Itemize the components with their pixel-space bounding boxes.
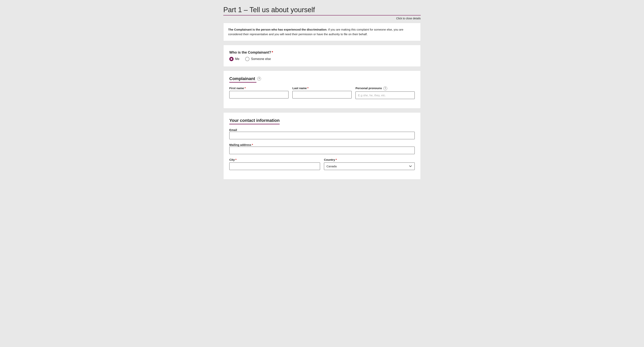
complainant-section-title-text: Complainant: [229, 76, 255, 81]
radio-me[interactable]: [229, 57, 234, 61]
radio-option-someone-else[interactable]: Someone else: [245, 57, 271, 61]
first-name-required: *: [244, 86, 246, 90]
mailing-address-input[interactable]: [229, 147, 415, 154]
email-label: Email: [229, 128, 237, 131]
last-name-input[interactable]: [292, 91, 352, 98]
close-details-container: Click to close details: [223, 17, 421, 20]
required-star-complainant: *: [272, 50, 273, 54]
mailing-address-label: Mailing address*: [229, 143, 253, 146]
last-name-label-text: Last name: [292, 86, 307, 90]
city-field: City*: [229, 158, 320, 170]
last-name-field: Last name*: [292, 86, 352, 99]
radio-option-me[interactable]: Me: [229, 57, 239, 61]
radio-me-label: Me: [235, 57, 239, 61]
city-country-row: City* Country* Canada United States Othe…: [229, 158, 415, 170]
complainant-section-card: Complainant ? First name* Last name*: [223, 71, 421, 108]
first-name-label: First name*: [229, 86, 288, 90]
radio-someone-else-label: Someone else: [251, 57, 271, 61]
radio-someone-else[interactable]: [245, 57, 250, 61]
pronouns-label: Personal pronouns ?: [356, 86, 415, 90]
country-field: Country* Canada United States Other: [324, 158, 415, 170]
pronouns-input[interactable]: [356, 91, 415, 99]
last-name-label: Last name*: [292, 86, 352, 90]
mailing-address-required: *: [252, 143, 253, 146]
complainant-question-text: Who is the Complainant?: [229, 50, 271, 54]
complainant-section-title: Complainant ?: [229, 76, 415, 81]
complainant-section-underline: [229, 82, 256, 83]
last-name-required: *: [307, 86, 308, 90]
mailing-address-field-container: Mailing address*: [229, 143, 415, 154]
page-wrapper: Part 1 – Tell us about yourself Click to…: [220, 0, 424, 195]
country-select[interactable]: Canada United States Other: [324, 162, 415, 170]
complainant-help-icon[interactable]: ?: [257, 77, 261, 81]
close-details-link[interactable]: Click to close details: [396, 17, 421, 20]
email-label-text: Email: [229, 128, 237, 131]
country-required: *: [336, 158, 337, 161]
info-box: The Complainant is the person who has ex…: [223, 23, 421, 41]
email-field-container: Email: [229, 128, 415, 139]
info-box-bold: The Complainant is the person who has ex…: [228, 28, 326, 31]
contact-section-title: Your contact information: [229, 118, 415, 123]
title-divider: [223, 15, 421, 15]
complainant-question-card: Who is the Complainant?* Me Someone else: [223, 45, 421, 67]
city-required: *: [235, 158, 236, 161]
city-input[interactable]: [229, 162, 320, 170]
city-label: City*: [229, 158, 320, 161]
first-name-input[interactable]: [229, 91, 288, 98]
info-box-text: The Complainant is the person who has ex…: [228, 27, 416, 36]
pronouns-field: Personal pronouns ?: [356, 86, 415, 99]
mailing-address-label-text: Mailing address: [229, 143, 251, 146]
pronouns-help-icon[interactable]: ?: [383, 86, 387, 90]
first-name-label-text: First name: [229, 86, 244, 90]
contact-section-underline: [229, 124, 280, 124]
contact-section-title-text: Your contact information: [229, 118, 280, 123]
complainant-question-label: Who is the Complainant?*: [229, 50, 415, 54]
page-title: Part 1 – Tell us about yourself: [223, 6, 421, 14]
name-fields-row: First name* Last name* Personal pronouns…: [229, 86, 415, 99]
contact-section-card: Your contact information Email Mailing a…: [223, 112, 421, 180]
first-name-field: First name*: [229, 86, 288, 99]
pronouns-label-text: Personal pronouns: [356, 86, 382, 90]
country-label-text: Country: [324, 158, 335, 161]
complainant-radio-group: Me Someone else: [229, 57, 415, 61]
city-label-text: City: [229, 158, 235, 161]
country-label: Country*: [324, 158, 415, 161]
email-input[interactable]: [229, 132, 415, 139]
